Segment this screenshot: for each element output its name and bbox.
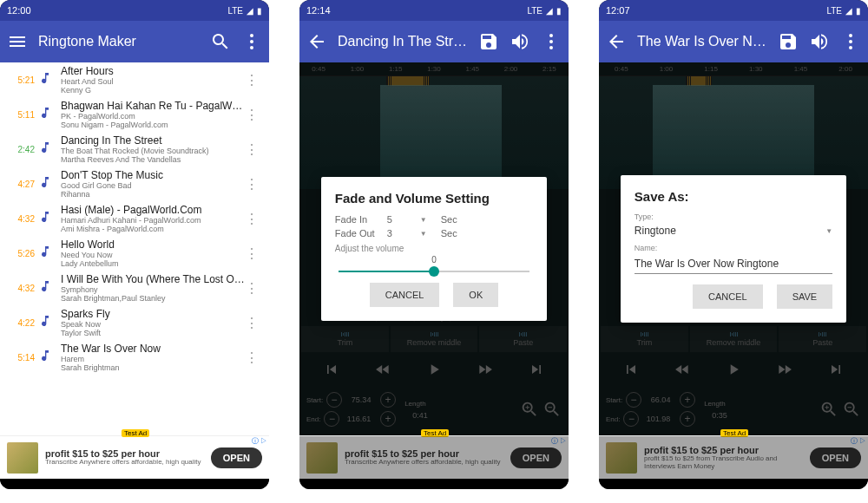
- overflow-icon[interactable]: [541, 31, 562, 52]
- fade-dialog: Fade and Volume Setting Fade In5▼Sec Fad…: [321, 177, 547, 321]
- app-title: The War Is Over Now -…: [637, 34, 767, 49]
- music-note-icon: [38, 106, 56, 123]
- cancel-button[interactable]: CANCEL: [693, 284, 763, 309]
- row-menu-icon[interactable]: ⋮: [245, 349, 262, 366]
- dialog-overlay: Fade and Volume Setting Fade In5▼Sec Fad…: [299, 62, 569, 435]
- ad-label: Test Ad: [421, 429, 449, 437]
- app-bar: The War Is Over Now -…: [599, 21, 868, 62]
- overflow-icon[interactable]: [840, 31, 861, 52]
- fade-in-value[interactable]: 5: [387, 214, 413, 225]
- row-menu-icon[interactable]: ⋮: [245, 72, 262, 88]
- duration: 4:27: [7, 180, 35, 189]
- song-row[interactable]: 4:32 Hasi (Male) - PagalWorld.Com Hamari…: [0, 201, 269, 236]
- song-row[interactable]: 5:11 Bhagwan Hai Kahan Re Tu - PagalWorl…: [0, 97, 269, 132]
- ad-info-icon[interactable]: ⓘ ▷: [252, 436, 267, 446]
- row-menu-icon[interactable]: ⋮: [245, 141, 262, 158]
- ad-info-icon[interactable]: ⓘ ▷: [851, 436, 866, 446]
- ad-info-icon[interactable]: ⓘ ▷: [551, 436, 567, 446]
- status-icons: LTE◢▮: [527, 6, 562, 16]
- row-menu-icon[interactable]: ⋮: [245, 107, 262, 123]
- duration: 5:26: [7, 249, 35, 258]
- song-list[interactable]: 5:21 After Hours Heart And Soul Kenny G …: [0, 62, 269, 435]
- phone-3: 12:07 LTE◢▮ The War Is Over Now -… 0:451…: [599, 0, 868, 489]
- row-menu-icon[interactable]: ⋮: [245, 176, 262, 193]
- song-info: Bhagwan Hai Kahan Re Tu - PagalWorld.Com…: [61, 100, 245, 129]
- menu-icon[interactable]: [7, 31, 28, 52]
- song-row[interactable]: 5:21 After Hours Heart And Soul Kenny G …: [0, 62, 269, 97]
- dialog-title: Fade and Volume Setting: [335, 191, 533, 206]
- search-icon[interactable]: [210, 31, 231, 52]
- status-bar: 12:14 LTE◢▮: [299, 0, 569, 21]
- duration: 2:42: [7, 145, 35, 154]
- row-menu-icon[interactable]: ⋮: [245, 245, 262, 262]
- save-button[interactable]: SAVE: [777, 284, 833, 309]
- back-icon[interactable]: [306, 31, 327, 52]
- ad-banner[interactable]: Test Ad ⓘ ▷ profit $15 to $25 per hourpr…: [599, 435, 868, 479]
- music-note-icon: [38, 71, 56, 88]
- type-dropdown[interactable]: Ringtone▼: [635, 221, 832, 240]
- song-info: I Will Be With You (Where The Lost One… …: [61, 273, 245, 303]
- music-note-icon: [38, 349, 56, 366]
- row-menu-icon[interactable]: ⋮: [245, 280, 262, 297]
- song-info: Hasi (Male) - PagalWorld.Com Hamari Adhu…: [61, 204, 245, 233]
- save-icon[interactable]: [778, 31, 799, 52]
- svg-point-1: [250, 40, 253, 43]
- duration: 5:11: [7, 110, 35, 120]
- app-bar: Dancing In The Street…: [299, 21, 569, 62]
- ad-label: Test Ad: [122, 429, 149, 437]
- duration: 4:32: [7, 284, 35, 293]
- song-info: Hello World Need You Now Lady Antebellum: [61, 238, 245, 268]
- music-note-icon: [38, 279, 56, 297]
- app-title: Dancing In The Street…: [338, 34, 468, 49]
- duration: 5:21: [7, 75, 35, 85]
- ad-open-button[interactable]: OPEN: [211, 447, 262, 468]
- ad-banner[interactable]: Test Ad ⓘ ▷ profit $15 to $25 per hour T…: [0, 435, 269, 479]
- ad-image: [306, 442, 338, 474]
- clock: 12:00: [7, 5, 31, 16]
- duration: 4:32: [7, 214, 35, 224]
- nav-bar: [299, 479, 569, 489]
- cancel-button[interactable]: CANCEL: [370, 283, 440, 307]
- fade-out-value[interactable]: 3: [387, 228, 413, 238]
- duration: 5:14: [7, 353, 35, 363]
- ad-image: [606, 442, 637, 474]
- song-row[interactable]: 2:42 Dancing In The Street The Boat That…: [0, 132, 269, 167]
- song-info: Don'T Stop The Music Good Girl Gone Bad …: [61, 169, 245, 199]
- song-row[interactable]: 4:22 Sparks Fly Speak Now Taylor Swift ⋮: [0, 305, 269, 340]
- music-note-icon: [38, 210, 56, 227]
- row-menu-icon[interactable]: ⋮: [245, 211, 262, 227]
- ad-banner[interactable]: Test Ad ⓘ ▷ profit $15 to $25 per hourTr…: [299, 435, 569, 479]
- ad-open-button[interactable]: OPEN: [510, 447, 562, 468]
- phone-1: 12:00 LTE ◢▮ Ringtone Maker 5:21 After H…: [0, 0, 269, 489]
- ok-button[interactable]: OK: [453, 283, 498, 307]
- row-menu-icon[interactable]: ⋮: [245, 315, 262, 331]
- status-bar: 12:07 LTE◢▮: [599, 0, 868, 21]
- volume-icon[interactable]: [510, 31, 530, 52]
- svg-point-0: [250, 34, 253, 37]
- song-info: Sparks Fly Speak Now Taylor Swift: [61, 308, 245, 337]
- svg-point-2: [250, 46, 253, 49]
- editor-content: 0:451:001:151:301:452:002:15 MP3, 44100 …: [299, 62, 569, 435]
- status-icons: LTE ◢▮: [227, 6, 262, 16]
- editor-content: 0:451:001:151:301:452:00 FLAC, 44100 Hz,…: [599, 62, 868, 435]
- volume-icon[interactable]: [809, 31, 830, 52]
- svg-point-3: [549, 34, 553, 37]
- song-row[interactable]: 5:26 Hello World Need You Now Lady Anteb…: [0, 236, 269, 271]
- overflow-icon[interactable]: [241, 31, 262, 52]
- svg-point-4: [549, 40, 553, 43]
- song-row[interactable]: 4:27 Don'T Stop The Music Good Girl Gone…: [0, 167, 269, 201]
- ad-open-button[interactable]: OPEN: [810, 447, 861, 468]
- status-bar: 12:00 LTE ◢▮: [0, 0, 269, 21]
- back-icon[interactable]: [606, 31, 627, 52]
- song-row[interactable]: 5:14 The War Is Over Now Harem Sarah Bri…: [0, 340, 269, 375]
- song-row[interactable]: 4:32 I Will Be With You (Where The Lost …: [0, 271, 269, 305]
- ad-image: [7, 442, 38, 474]
- ad-text: profit $15 to $25 per hour Transcribe An…: [45, 448, 204, 467]
- nav-bar: [0, 479, 269, 489]
- save-icon[interactable]: [478, 31, 499, 52]
- duration: 4:22: [7, 318, 35, 328]
- app-bar: Ringtone Maker: [0, 21, 269, 62]
- volume-slider[interactable]: 0: [339, 271, 529, 272]
- name-input[interactable]: The War Is Over Now Ringtone: [635, 254, 832, 274]
- music-note-icon: [38, 314, 56, 331]
